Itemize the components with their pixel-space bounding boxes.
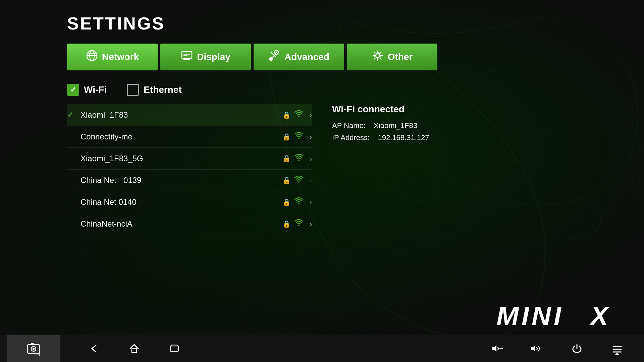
tab-advanced-label: Advanced [284, 52, 329, 62]
toggle-row: ✓ Wi-Fi Ethernet [67, 84, 312, 96]
lock-icon: 🔒 [282, 133, 291, 141]
connected-check-icon: ✓ [67, 111, 80, 119]
svg-point-17 [376, 54, 380, 58]
lock-icon: 🔒 [282, 111, 291, 119]
ethernet-label: Ethernet [144, 84, 182, 95]
tab-other[interactable]: Other [347, 44, 437, 70]
svg-text:MINI: MINI [496, 301, 564, 328]
wifi-signal-icon [294, 219, 304, 229]
volume-up-button[interactable]: + [517, 335, 557, 362]
brand-name: MINI X [496, 298, 624, 328]
network-name: China Net 0140 [80, 197, 282, 207]
arrow-icon: › [310, 133, 312, 141]
network-status-icons: 🔒 [282, 110, 304, 120]
ip-value: 192.168.31.127 [378, 133, 429, 142]
lock-icon: 🔒 [282, 155, 291, 163]
network-status-icons: 🔒 [282, 219, 304, 229]
main-content: ✓ Wi-Fi Ethernet ✓ Xiaomi_1F83 🔒 [67, 84, 577, 235]
lock-icon: 🔒 [282, 198, 291, 206]
network-name: Xiaomi_1F83 [80, 110, 282, 120]
network-status-icons: 🔒 [282, 176, 304, 185]
power-button[interactable] [557, 335, 597, 362]
svg-point-21 [298, 160, 300, 161]
svg-point-16 [270, 58, 272, 60]
svg-point-24 [298, 225, 300, 226]
network-item[interactable]: China Net - 0139 🔒 › [67, 170, 312, 191]
wifi-toggle[interactable]: ✓ Wi-Fi [67, 84, 107, 96]
volume-down-icon [490, 343, 503, 355]
ap-label: AP Name: [332, 121, 366, 130]
recents-icon [168, 343, 180, 355]
svg-point-29 [33, 348, 35, 350]
ap-value: Xiaomi_1F83 [374, 121, 417, 130]
tab-advanced[interactable]: Advanced [254, 44, 344, 70]
home-button[interactable] [114, 335, 154, 362]
svg-rect-32 [170, 346, 178, 351]
ip-address-row: IP Address: 192.168.31.127 [332, 133, 577, 142]
power-icon [571, 343, 583, 355]
brand-logo: MINI X [496, 298, 624, 328]
home-icon [128, 343, 140, 355]
wifi-panel: ✓ Wi-Fi Ethernet ✓ Xiaomi_1F83 🔒 [67, 84, 312, 235]
display-icon [181, 50, 193, 64]
svg-text:X: X [589, 301, 610, 328]
connection-status: Wi-Fi connected [332, 104, 577, 115]
recents-button[interactable] [154, 335, 195, 362]
back-button[interactable] [74, 335, 114, 362]
network-item[interactable]: Xiaomi_1F83_5G 🔒 › [67, 148, 312, 170]
network-status-icons: 🔒 [282, 197, 304, 207]
svg-point-22 [298, 181, 300, 183]
advanced-icon [268, 50, 280, 64]
more-button[interactable] [597, 335, 637, 362]
lock-icon: 🔒 [282, 176, 291, 184]
svg-point-23 [298, 203, 300, 204]
svg-point-20 [298, 138, 300, 139]
wifi-check-icon: ✓ [70, 85, 76, 94]
arrow-icon: › [310, 220, 312, 228]
page-title: SETTINGS [67, 13, 577, 34]
network-item[interactable]: ✓ Xiaomi_1F83 🔒 [67, 104, 312, 126]
wifi-signal-icon [294, 132, 304, 141]
tab-network-label: Network [102, 52, 139, 62]
tab-network[interactable]: Network [67, 44, 158, 70]
svg-rect-33 [171, 345, 177, 346]
volume-up-icon: + [529, 343, 545, 355]
network-list: ✓ Xiaomi_1F83 🔒 [67, 104, 312, 235]
tab-display-label: Display [197, 52, 230, 62]
back-icon [88, 343, 100, 355]
svg-rect-8 [182, 52, 192, 58]
other-icon [372, 50, 384, 64]
network-status-icons: 🔒 [282, 154, 304, 163]
ip-label: IP Address: [332, 133, 370, 142]
ethernet-toggle[interactable]: Ethernet [127, 84, 182, 96]
screenshot-icon [25, 341, 42, 357]
arrow-icon: › [310, 155, 312, 163]
connection-info-panel: Wi-Fi connected AP Name: Xiaomi_1F83 IP … [312, 84, 577, 235]
screenshot-button[interactable] [7, 335, 60, 362]
wifi-signal-icon [294, 176, 304, 185]
network-icon [86, 50, 98, 64]
svg-point-19 [298, 116, 300, 117]
svg-rect-31 [132, 349, 137, 353]
wifi-signal-icon [294, 110, 304, 120]
arrow-icon: › [310, 177, 312, 184]
network-item[interactable]: Connectify-me 🔒 › [67, 126, 312, 148]
ethernet-checkbox[interactable] [127, 84, 139, 96]
tab-navigation: Network Display [67, 44, 577, 70]
network-name: Xiaomi_1F83_5G [80, 154, 282, 163]
wifi-checkbox[interactable]: ✓ [67, 84, 79, 96]
tab-display[interactable]: Display [160, 44, 251, 70]
wifi-signal-icon [294, 197, 304, 207]
ap-name-row: AP Name: Xiaomi_1F83 [332, 121, 577, 130]
network-name: Connectify-me [80, 132, 282, 141]
network-status-icons: 🔒 [282, 132, 304, 141]
volume-down-button[interactable] [476, 335, 517, 362]
network-item[interactable]: China Net 0140 🔒 › [67, 191, 312, 213]
network-item[interactable]: ChinaNet-nclA 🔒 › [67, 213, 312, 235]
network-name: China Net - 0139 [80, 176, 282, 185]
bottom-navigation-bar: + [0, 335, 644, 362]
wifi-signal-icon [294, 154, 304, 163]
arrow-icon: › [310, 198, 312, 206]
lock-icon: 🔒 [282, 220, 291, 228]
tab-other-label: Other [388, 52, 413, 62]
